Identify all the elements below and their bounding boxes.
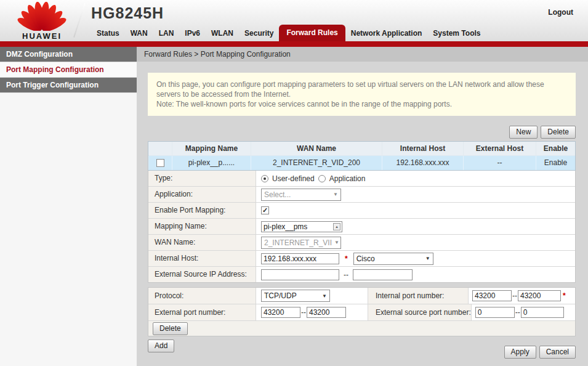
sidebar: DMZ Configuration Port Mapping Configura…: [0, 47, 137, 366]
external-port-to-input[interactable]: [307, 307, 346, 318]
header-wan-name: WAN Name: [251, 142, 382, 155]
logout-link[interactable]: Logout: [548, 8, 573, 17]
internal-port-from-input[interactable]: [472, 290, 512, 301]
range-separator: --: [512, 291, 517, 300]
tab-security[interactable]: Security: [239, 26, 279, 41]
internal-port-to-input[interactable]: [518, 290, 561, 301]
tab-ipv6[interactable]: IPv6: [179, 26, 206, 41]
mapping-edit-form: Type: User-defined Application Applicati…: [148, 171, 576, 283]
add-button[interactable]: Add: [148, 340, 174, 352]
row-checkbox[interactable]: [156, 159, 164, 167]
type-label: Type:: [148, 171, 256, 186]
mapping-name-input[interactable]: [261, 221, 342, 232]
content-area: On this page, you can configure port map…: [137, 62, 588, 366]
radio-user-defined-label: User-defined: [272, 174, 315, 183]
breadcrumb: Forward Rules > Port Mapping Configurati…: [137, 47, 588, 62]
radio-application[interactable]: [318, 175, 326, 182]
new-button[interactable]: New: [509, 126, 538, 139]
router-admin-page: HUAWEI HG8245H Logout Status WAN LAN IPv…: [0, 0, 588, 366]
chevron-down-icon: ▼: [322, 293, 327, 299]
delete-port-row-button[interactable]: Delete: [153, 322, 188, 335]
chevron-down-icon: ▼: [333, 192, 338, 197]
port-numbers-form: Protocol: TCP/UDP ▼ Internal port number…: [148, 287, 576, 336]
range-separator: --: [301, 308, 306, 317]
text-spinner-icon[interactable]: ▴: [333, 223, 340, 230]
info-line-1: On this page, you can configure port map…: [156, 79, 567, 99]
row-internal-host: 192.168.xxx.xxx: [382, 156, 463, 170]
radio-application-label: Application: [329, 174, 366, 183]
header-enable: Enable: [536, 142, 575, 155]
radio-user-defined[interactable]: [261, 175, 268, 182]
external-source-ip-from-input[interactable]: [261, 269, 339, 280]
enable-port-mapping-checkbox[interactable]: [261, 206, 269, 214]
external-source-ip-to-input[interactable]: [353, 269, 413, 280]
cancel-button[interactable]: Cancel: [539, 346, 576, 359]
table-row[interactable]: pi-plex__p...... 2_INTERNET_R_VID_200 19…: [148, 155, 575, 170]
host-device-select[interactable]: Cisco ▼: [353, 253, 433, 265]
table-header-row: Mapping Name WAN Name Internal Host Exte…: [148, 142, 575, 155]
chevron-down-icon: ▼: [334, 240, 339, 245]
protocol-label: Protocol:: [148, 288, 256, 304]
range-separator: --: [515, 308, 520, 317]
external-port-label: External port number:: [148, 304, 256, 320]
header-mapping-name: Mapping Name: [172, 142, 251, 155]
external-source-port-label: External source port number:: [368, 304, 472, 320]
tab-network-application[interactable]: Network Application: [345, 26, 428, 41]
header-internal-host: Internal Host: [382, 142, 463, 155]
row-mapping-name: pi-plex__p......: [172, 156, 251, 170]
page-info-note: On this page, you can configure port map…: [148, 73, 576, 116]
chevron-down-icon: ▼: [425, 256, 430, 261]
header: HUAWEI HG8245H Logout Status WAN LAN IPv…: [0, 0, 588, 41]
internal-host-input[interactable]: [261, 253, 339, 264]
port-mapping-table: Mapping Name WAN Name Internal Host Exte…: [148, 141, 576, 171]
sidebar-item-port-trigger-configuration[interactable]: Port Trigger Configuration: [0, 78, 137, 93]
header-external-host: External Host: [463, 142, 536, 155]
row-enable-status: Enable: [536, 156, 575, 170]
external-source-port-from-input[interactable]: [475, 307, 515, 318]
tab-system-tools[interactable]: System Tools: [427, 26, 486, 41]
required-marker: *: [563, 291, 566, 300]
header-select-column: [148, 142, 172, 155]
protocol-select[interactable]: TCP/UDP ▼: [261, 290, 330, 302]
external-source-port-to-input[interactable]: [521, 307, 564, 318]
accent-bar: [0, 41, 588, 47]
required-marker: *: [345, 254, 348, 263]
range-separator: --: [344, 270, 348, 279]
tab-wan[interactable]: WAN: [125, 26, 153, 41]
tab-wlan[interactable]: WLAN: [206, 26, 239, 41]
port-row-actions: Delete: [148, 320, 575, 336]
internal-host-label: Internal Host:: [148, 251, 256, 266]
application-label: Application:: [148, 187, 256, 202]
tab-forward-rules[interactable]: Forward Rules: [279, 25, 345, 41]
wan-name-label: WAN Name:: [148, 235, 256, 250]
delete-button[interactable]: Delete: [541, 126, 576, 139]
external-source-ip-label: External Source IP Address:: [148, 267, 256, 282]
apply-button[interactable]: Apply: [504, 346, 536, 359]
row-wan-name: 2_INTERNET_R_VID_200: [251, 156, 382, 170]
header-divider: [73, 3, 86, 38]
info-line-2: Note: The well-known ports for voice ser…: [156, 99, 567, 109]
huawei-logo: HUAWEI: [10, 2, 74, 41]
internal-port-label: Internal port number:: [368, 288, 469, 304]
mapping-name-label: Mapping Name:: [148, 219, 256, 234]
wan-name-select[interactable]: 2_INTERNET_R_VII ▼: [261, 237, 341, 249]
device-model-title: HG8245H: [91, 4, 164, 22]
row-external-host: --: [463, 156, 536, 170]
huawei-flower-icon: [11, 2, 73, 31]
external-port-from-input[interactable]: [261, 307, 300, 318]
main-nav-tabs: Status WAN LAN IPv6 WLAN Security Forwar…: [91, 25, 486, 41]
enable-port-mapping-label: Enable Port Mapping:: [148, 203, 256, 218]
brand-text: HUAWEI: [10, 31, 74, 41]
sidebar-item-dmz-configuration[interactable]: DMZ Configuration: [0, 47, 137, 62]
application-select[interactable]: Select... ▼: [261, 189, 341, 201]
tab-status[interactable]: Status: [91, 26, 125, 41]
sidebar-item-port-mapping-configuration[interactable]: Port Mapping Configuration: [0, 62, 137, 78]
tab-lan[interactable]: LAN: [153, 26, 180, 41]
